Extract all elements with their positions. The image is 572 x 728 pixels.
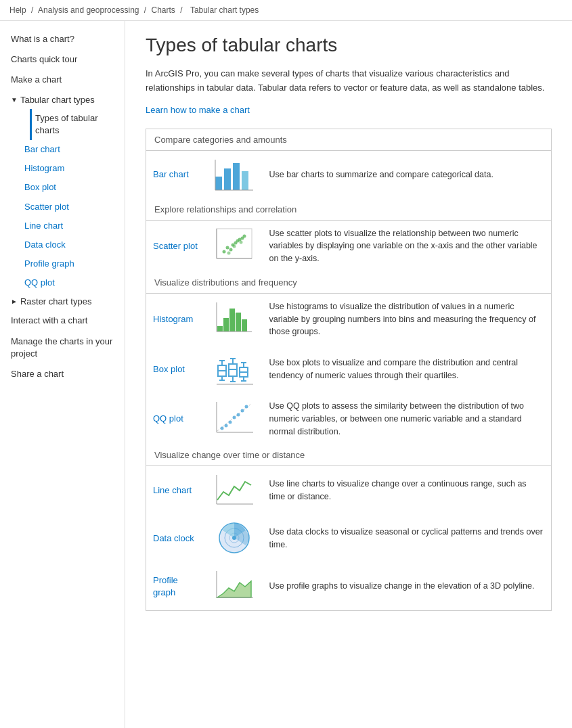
svg-rect-2	[233, 163, 240, 190]
section-header-relationships: Explore relationships and correlation	[146, 199, 552, 221]
sidebar-item-line-chart[interactable]: Line chart	[19, 217, 125, 235]
chart-icon-box-plot	[207, 345, 261, 393]
breadcrumb-help[interactable]: Help	[9, 5, 26, 15]
page-title: Types of tabular charts	[146, 35, 552, 56]
chart-row-qq-plot: QQ plot Use	[146, 393, 552, 445]
sidebar-section-raster[interactable]: ► Raster chart types	[0, 292, 125, 311]
chart-icon-profile	[207, 562, 261, 610]
svg-point-48	[220, 427, 223, 430]
svg-point-7	[222, 250, 225, 253]
sidebar-item-manage[interactable]: Manage the charts in your project	[0, 332, 125, 364]
section-explore-relationships: Explore relationships and correlation	[146, 199, 552, 221]
breadcrumb-charts[interactable]: Charts	[152, 5, 175, 15]
chart-desc-histogram: Use histograms to visualize the distribu…	[261, 293, 552, 345]
sidebar-sub-tabular: Types of tabular charts Bar chart Histog…	[0, 109, 125, 293]
sidebar-item-charts-quick-tour[interactable]: Charts quick tour	[0, 49, 125, 70]
sidebar-item-what-is-chart[interactable]: What is a chart?	[0, 29, 125, 49]
chart-desc-scatter-plot: Use scatter plots to visualize the relat…	[261, 220, 552, 272]
chart-name-box-plot[interactable]: Box plot	[146, 345, 207, 393]
chart-desc-profile-graph: Use profile graphs to visualize change i…	[261, 562, 552, 611]
sidebar-item-make-a-chart[interactable]: Make a chart	[0, 70, 125, 90]
qq-plot-icon	[214, 399, 255, 436]
profile-graph-icon	[214, 568, 255, 605]
chart-icon-qq-plot	[207, 393, 261, 441]
chart-row-profile-graph: Profile graph Use profile graphs to visu…	[146, 562, 552, 611]
section-header-distributions: Visualize distributions and frequency	[146, 272, 552, 294]
sidebar-item-data-clock[interactable]: Data clock	[19, 235, 125, 254]
chevron-down-icon: ▼	[11, 96, 18, 104]
sidebar-item-histogram[interactable]: Histogram	[19, 159, 125, 178]
svg-rect-25	[242, 319, 247, 332]
chart-name-line-chart[interactable]: Line chart	[146, 466, 207, 515]
histogram-icon	[214, 299, 255, 336]
chart-icon-data-clock	[207, 514, 261, 562]
data-clock-icon	[214, 520, 255, 557]
svg-point-52	[236, 413, 240, 417]
main-content: Types of tabular charts In ArcGIS Pro, y…	[125, 21, 572, 728]
svg-rect-22	[223, 318, 229, 332]
svg-point-51	[232, 416, 236, 419]
line-chart-icon	[214, 472, 255, 509]
svg-point-9	[229, 248, 232, 251]
breadcrumb-current: Tabular chart types	[190, 5, 259, 15]
svg-rect-21	[217, 326, 223, 332]
chart-icon-line	[207, 466, 261, 514]
sidebar-item-share[interactable]: Share a chart	[0, 364, 125, 384]
breadcrumb-analysis[interactable]: Analysis and geoprocessing	[38, 5, 139, 15]
chart-desc-qq-plot: Use QQ plots to assess the similarity be…	[261, 393, 552, 445]
chart-row-data-clock: Data clock	[146, 514, 552, 562]
scatter-plot-icon	[214, 226, 255, 263]
svg-point-49	[224, 424, 227, 428]
chart-row-box-plot: Box plot	[146, 345, 552, 393]
chart-name-scatter-plot[interactable]: Scatter plot	[146, 220, 207, 272]
svg-rect-23	[229, 309, 235, 332]
chart-name-qq-plot[interactable]: QQ plot	[146, 393, 207, 445]
svg-point-50	[228, 421, 232, 424]
bar-chart-icon	[214, 156, 255, 194]
chart-table: Compare categories and amounts Bar chart	[146, 129, 552, 612]
svg-point-54	[244, 405, 248, 409]
chart-name-data-clock[interactable]: Data clock	[146, 514, 207, 562]
chart-desc-data-clock: Use data clocks to visualize seasonal or…	[261, 514, 552, 562]
breadcrumb: Help / Analysis and geoprocessing / Char…	[0, 0, 572, 21]
learn-link[interactable]: Learn how to make a chart	[146, 105, 250, 115]
intro-text: In ArcGIS Pro, you can make several type…	[146, 67, 552, 95]
sidebar-item-scatter-plot[interactable]: Scatter plot	[19, 198, 125, 217]
svg-point-16	[227, 251, 230, 254]
chart-icon-histogram	[207, 294, 261, 342]
sidebar-item-qq-plot[interactable]: QQ plot	[19, 273, 125, 292]
section-header-change: Visualize change over time or distance	[146, 445, 552, 466]
svg-rect-1	[224, 168, 231, 190]
chart-row-bar-chart: Bar chart Use bar charts to summarize an…	[146, 150, 552, 199]
sidebar-item-interact[interactable]: Interact with a chart	[0, 311, 125, 331]
svg-rect-3	[242, 171, 248, 190]
sidebar-item-bar-chart[interactable]: Bar chart	[19, 140, 125, 159]
chart-row-histogram: Histogram Use histograms to visualize th…	[146, 293, 552, 345]
sidebar-item-profile-graph[interactable]: Profile graph	[19, 254, 125, 273]
sidebar-item-types-of-tabular[interactable]: Types of tabular charts	[30, 109, 125, 140]
svg-point-15	[242, 234, 246, 237]
chart-name-bar-chart[interactable]: Bar chart	[146, 150, 207, 199]
svg-point-53	[240, 409, 244, 413]
chart-name-profile-graph[interactable]: Profile graph	[146, 562, 207, 611]
chart-row-scatter-plot: Scatter plot	[146, 220, 552, 272]
sidebar: What is a chart? Charts quick tour Make …	[0, 21, 125, 728]
svg-rect-24	[236, 313, 241, 332]
chart-icon-scatter	[207, 221, 261, 269]
svg-point-62	[232, 536, 236, 540]
chart-icon-bar	[207, 151, 261, 199]
svg-marker-63	[217, 581, 251, 597]
section-compare-categories: Compare categories and amounts	[146, 129, 552, 150]
box-plot-icon	[214, 350, 255, 388]
section-visualize-change: Visualize change over time or distance	[146, 445, 552, 466]
chart-name-histogram[interactable]: Histogram	[146, 293, 207, 345]
sidebar-section-tabular[interactable]: ▼ Tabular chart types	[0, 91, 125, 109]
section-distributions: Visualize distributions and frequency	[146, 272, 552, 294]
chart-row-line-chart: Line chart Use line charts to visualize …	[146, 466, 552, 515]
chevron-right-icon: ►	[11, 298, 18, 305]
chart-desc-box-plot: Use box plots to visualize and compare t…	[261, 345, 552, 393]
sidebar-item-box-plot[interactable]: Box plot	[19, 178, 125, 197]
section-header-compare: Compare categories and amounts	[146, 129, 552, 150]
svg-rect-0	[215, 177, 222, 190]
svg-point-17	[232, 244, 236, 248]
